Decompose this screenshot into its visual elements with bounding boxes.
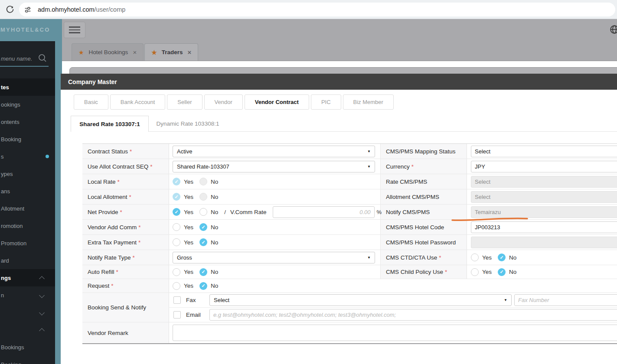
url-domain: adm.ohmyhotel.com	[38, 6, 95, 13]
rate-tab[interactable]: Shared Rate 103307:1	[71, 116, 149, 132]
sidebar-item[interactable]: Promotion	[0, 234, 55, 252]
sidebar-item[interactable]: tes	[0, 78, 55, 96]
modal-tab-basic[interactable]: Basic	[74, 94, 108, 110]
sidebar-item[interactable]: Bookings	[0, 338, 55, 356]
contract-status-select[interactable]: Active ▼	[173, 146, 375, 157]
sidebar-item[interactable]: Booking	[0, 130, 55, 148]
local-rate-no-radio[interactable]	[199, 178, 207, 185]
notify-cms-pms-input[interactable]	[471, 206, 617, 218]
sidebar-item[interactable]: Booking	[0, 356, 55, 364]
sidebar-item-label: ard	[1, 257, 9, 264]
sidebar-search[interactable]: menu name.	[0, 41, 55, 78]
radio-label: Yes	[184, 239, 193, 246]
dropdown-arrow-icon: ▼	[367, 256, 371, 260]
cms-child-policy-no-radio[interactable]: ✓	[498, 268, 506, 276]
required-marker: *	[111, 283, 113, 289]
radio-label: No	[509, 254, 516, 261]
radio-label: No	[211, 269, 218, 275]
search-icon[interactable]	[38, 53, 47, 63]
close-icon[interactable]: ×	[187, 49, 191, 56]
background-panel	[69, 67, 617, 74]
modal-tab-biz-member[interactable]: Biz Member	[343, 94, 394, 110]
hamburger-line	[69, 32, 80, 33]
local-allotment-yes-radio[interactable]: ✓	[173, 193, 180, 201]
fax-select[interactable]: Select ▼	[209, 294, 512, 306]
extra-tax-no-radio[interactable]: ✓	[199, 238, 207, 246]
empty-cell	[380, 279, 467, 292]
favorite-star-icon[interactable]: ★	[78, 49, 84, 56]
globe-language-icon[interactable]	[610, 25, 617, 34]
auto-refill-no-radio[interactable]: ✓	[199, 268, 207, 276]
net-provide-yes-radio[interactable]: ✓	[173, 208, 180, 216]
email-input[interactable]	[209, 309, 617, 321]
net-provide-no-radio[interactable]	[199, 208, 207, 216]
request-no-radio[interactable]: ✓	[199, 282, 207, 290]
favorite-star-icon[interactable]: ★	[151, 49, 157, 56]
cms-ctd-cta-yes-radio[interactable]	[471, 254, 479, 261]
required-marker: *	[120, 209, 122, 215]
field-label: Auto Refill *	[82, 265, 169, 279]
cms-hotel-code-input[interactable]	[471, 221, 617, 233]
allotment-cms-pms-input[interactable]	[471, 191, 617, 203]
modal-tab-vendor-contract[interactable]: Vendor Contract	[245, 94, 309, 110]
rate-tab[interactable]: Dynamic Rate 103308:1	[149, 116, 227, 132]
sidebar-item[interactable]: ard	[0, 252, 55, 269]
field-label: Notify CMS/PMS	[380, 205, 467, 219]
sidebar-item[interactable]: ontents	[0, 113, 55, 130]
sidebar-item[interactable]: ookings	[0, 96, 55, 113]
form-row-net-provide: Net Provide * ✓ Yes No / V.Comm Rate % N…	[82, 205, 617, 220]
vcomm-rate-input[interactable]	[273, 206, 375, 218]
auto-refill-yes-radio[interactable]	[173, 268, 180, 276]
request-yes-radio[interactable]	[173, 282, 180, 290]
hamburger-menu-button[interactable]	[64, 22, 85, 38]
sidebar-item[interactable]: romotion	[0, 217, 55, 234]
sidebar-item[interactable]	[0, 321, 55, 338]
vendor-remark-textarea[interactable]	[173, 325, 617, 341]
modal-tab-pic[interactable]: PIC	[311, 94, 341, 110]
modal-tab-bank-account[interactable]: Bank Account	[110, 94, 166, 110]
sidebar-item[interactable]: Allotment	[0, 200, 55, 217]
use-allot-contract-seq-select[interactable]: Shared Rate-103307 ▼	[173, 161, 375, 172]
modal-tab-vendor[interactable]: Vendor	[204, 94, 243, 110]
cms-ctd-cta-no-radio[interactable]: ✓	[498, 254, 506, 261]
cms-child-policy-yes-radio[interactable]	[471, 268, 479, 276]
radio-label: Yes	[184, 269, 193, 275]
local-allotment-no-radio[interactable]	[199, 193, 207, 201]
vendor-add-comm-no-radio[interactable]: ✓	[199, 223, 207, 231]
fax-number-input[interactable]	[514, 294, 617, 306]
workspace-tab[interactable]: ★Traders×	[144, 43, 198, 61]
cms-mapping-status-input[interactable]	[471, 146, 617, 157]
local-rate-yes-radio[interactable]: ✓	[173, 178, 180, 185]
site-settings-icon[interactable]	[23, 5, 33, 14]
label-text: Allotment CMS/PMS	[386, 194, 439, 200]
field-label: Net Provide *	[82, 205, 169, 219]
sidebar-item[interactable]: ypes	[0, 165, 55, 182]
extra-tax-yes-radio[interactable]	[173, 238, 180, 246]
notify-rate-type-select[interactable]: Gross ▼	[173, 252, 375, 263]
select-value: Gross	[177, 254, 192, 261]
currency-input[interactable]	[471, 161, 617, 172]
fax-checkbox[interactable]	[173, 296, 181, 304]
sidebar-item[interactable]: n	[0, 286, 55, 304]
sidebar-item[interactable]	[0, 304, 55, 321]
sidebar-item-label: Promotion	[1, 240, 26, 247]
email-checkbox[interactable]	[173, 311, 181, 318]
rate-cms-pms-input[interactable]	[471, 176, 617, 188]
modal-tab-seller[interactable]: Seller	[167, 94, 202, 110]
sidebar-item[interactable]: s	[0, 148, 55, 165]
radio-label: No	[211, 194, 218, 200]
sidebar-item[interactable]: ans	[0, 182, 55, 200]
radio-label: Yes	[184, 209, 193, 215]
sidebar-menu: tesookingsontentsBookingsypesansAllotmen…	[0, 78, 55, 364]
workspace-tab[interactable]: ★Hotel Bookings×	[72, 43, 144, 61]
vendor-add-comm-yes-radio[interactable]	[173, 223, 180, 231]
active-indicator-dot	[46, 155, 49, 158]
address-bar[interactable]: adm.ohmyhotel.com/user/comp	[19, 3, 615, 16]
search-placeholder: menu name.	[1, 55, 32, 62]
reload-icon[interactable]	[5, 5, 15, 14]
form-row-contract-status: Contract Status * Active ▼ CMS/PMS Mappi…	[82, 144, 617, 159]
cms-hotel-password-input[interactable]	[471, 237, 617, 248]
sidebar-item[interactable]: ngs	[0, 269, 55, 286]
required-marker: *	[138, 239, 140, 246]
close-icon[interactable]: ×	[133, 49, 137, 56]
